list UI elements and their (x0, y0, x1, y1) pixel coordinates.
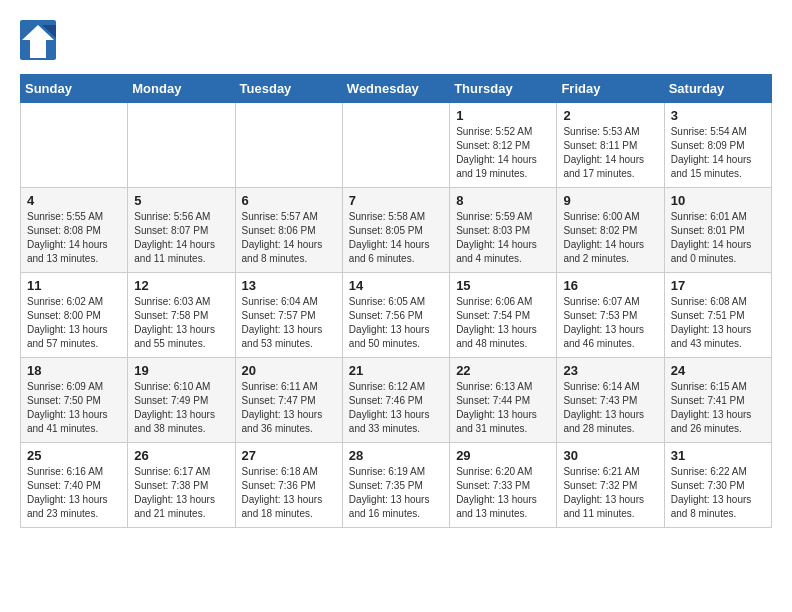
day-info: Sunrise: 6:01 AM Sunset: 8:01 PM Dayligh… (671, 210, 766, 266)
day-number: 7 (349, 193, 444, 208)
calendar-cell: 29Sunrise: 6:20 AM Sunset: 7:33 PM Dayli… (450, 443, 557, 528)
day-number: 9 (563, 193, 658, 208)
week-row-4: 25Sunrise: 6:16 AM Sunset: 7:40 PM Dayli… (21, 443, 772, 528)
day-number: 11 (27, 278, 122, 293)
day-number: 6 (242, 193, 337, 208)
day-number: 17 (671, 278, 766, 293)
day-info: Sunrise: 6:19 AM Sunset: 7:35 PM Dayligh… (349, 465, 444, 521)
day-number: 18 (27, 363, 122, 378)
calendar-cell: 18Sunrise: 6:09 AM Sunset: 7:50 PM Dayli… (21, 358, 128, 443)
calendar-cell: 6Sunrise: 5:57 AM Sunset: 8:06 PM Daylig… (235, 188, 342, 273)
calendar-cell (342, 103, 449, 188)
calendar-cell: 12Sunrise: 6:03 AM Sunset: 7:58 PM Dayli… (128, 273, 235, 358)
day-info: Sunrise: 6:10 AM Sunset: 7:49 PM Dayligh… (134, 380, 229, 436)
calendar-cell: 7Sunrise: 5:58 AM Sunset: 8:05 PM Daylig… (342, 188, 449, 273)
day-number: 3 (671, 108, 766, 123)
day-info: Sunrise: 6:16 AM Sunset: 7:40 PM Dayligh… (27, 465, 122, 521)
day-info: Sunrise: 5:53 AM Sunset: 8:11 PM Dayligh… (563, 125, 658, 181)
day-info: Sunrise: 6:13 AM Sunset: 7:44 PM Dayligh… (456, 380, 551, 436)
day-number: 31 (671, 448, 766, 463)
day-number: 13 (242, 278, 337, 293)
day-info: Sunrise: 6:12 AM Sunset: 7:46 PM Dayligh… (349, 380, 444, 436)
day-number: 24 (671, 363, 766, 378)
calendar-cell: 1Sunrise: 5:52 AM Sunset: 8:12 PM Daylig… (450, 103, 557, 188)
header-thursday: Thursday (450, 75, 557, 103)
day-info: Sunrise: 5:52 AM Sunset: 8:12 PM Dayligh… (456, 125, 551, 181)
day-number: 25 (27, 448, 122, 463)
calendar-cell: 4Sunrise: 5:55 AM Sunset: 8:08 PM Daylig… (21, 188, 128, 273)
day-number: 23 (563, 363, 658, 378)
calendar-cell: 26Sunrise: 6:17 AM Sunset: 7:38 PM Dayli… (128, 443, 235, 528)
calendar-cell: 9Sunrise: 6:00 AM Sunset: 8:02 PM Daylig… (557, 188, 664, 273)
day-info: Sunrise: 6:14 AM Sunset: 7:43 PM Dayligh… (563, 380, 658, 436)
day-info: Sunrise: 6:21 AM Sunset: 7:32 PM Dayligh… (563, 465, 658, 521)
day-info: Sunrise: 6:02 AM Sunset: 8:00 PM Dayligh… (27, 295, 122, 351)
calendar-cell: 28Sunrise: 6:19 AM Sunset: 7:35 PM Dayli… (342, 443, 449, 528)
day-info: Sunrise: 5:56 AM Sunset: 8:07 PM Dayligh… (134, 210, 229, 266)
header-tuesday: Tuesday (235, 75, 342, 103)
calendar-cell (128, 103, 235, 188)
day-info: Sunrise: 6:03 AM Sunset: 7:58 PM Dayligh… (134, 295, 229, 351)
day-info: Sunrise: 5:54 AM Sunset: 8:09 PM Dayligh… (671, 125, 766, 181)
page-header (20, 20, 772, 64)
day-info: Sunrise: 5:55 AM Sunset: 8:08 PM Dayligh… (27, 210, 122, 266)
week-row-2: 11Sunrise: 6:02 AM Sunset: 8:00 PM Dayli… (21, 273, 772, 358)
day-number: 22 (456, 363, 551, 378)
calendar-cell: 30Sunrise: 6:21 AM Sunset: 7:32 PM Dayli… (557, 443, 664, 528)
calendar-cell: 21Sunrise: 6:12 AM Sunset: 7:46 PM Dayli… (342, 358, 449, 443)
day-number: 27 (242, 448, 337, 463)
day-info: Sunrise: 6:15 AM Sunset: 7:41 PM Dayligh… (671, 380, 766, 436)
calendar-cell: 19Sunrise: 6:10 AM Sunset: 7:49 PM Dayli… (128, 358, 235, 443)
day-info: Sunrise: 6:22 AM Sunset: 7:30 PM Dayligh… (671, 465, 766, 521)
calendar-cell: 3Sunrise: 5:54 AM Sunset: 8:09 PM Daylig… (664, 103, 771, 188)
calendar-table: SundayMondayTuesdayWednesdayThursdayFrid… (20, 74, 772, 528)
day-info: Sunrise: 5:59 AM Sunset: 8:03 PM Dayligh… (456, 210, 551, 266)
day-number: 5 (134, 193, 229, 208)
day-info: Sunrise: 6:08 AM Sunset: 7:51 PM Dayligh… (671, 295, 766, 351)
day-info: Sunrise: 6:20 AM Sunset: 7:33 PM Dayligh… (456, 465, 551, 521)
day-info: Sunrise: 6:18 AM Sunset: 7:36 PM Dayligh… (242, 465, 337, 521)
day-number: 15 (456, 278, 551, 293)
day-info: Sunrise: 6:17 AM Sunset: 7:38 PM Dayligh… (134, 465, 229, 521)
calendar-cell (21, 103, 128, 188)
header-wednesday: Wednesday (342, 75, 449, 103)
calendar-cell: 8Sunrise: 5:59 AM Sunset: 8:03 PM Daylig… (450, 188, 557, 273)
day-info: Sunrise: 6:11 AM Sunset: 7:47 PM Dayligh… (242, 380, 337, 436)
day-number: 8 (456, 193, 551, 208)
calendar-cell (235, 103, 342, 188)
day-number: 10 (671, 193, 766, 208)
day-number: 28 (349, 448, 444, 463)
calendar-cell: 20Sunrise: 6:11 AM Sunset: 7:47 PM Dayli… (235, 358, 342, 443)
day-info: Sunrise: 6:09 AM Sunset: 7:50 PM Dayligh… (27, 380, 122, 436)
header-sunday: Sunday (21, 75, 128, 103)
header-monday: Monday (128, 75, 235, 103)
calendar-cell: 10Sunrise: 6:01 AM Sunset: 8:01 PM Dayli… (664, 188, 771, 273)
day-info: Sunrise: 6:00 AM Sunset: 8:02 PM Dayligh… (563, 210, 658, 266)
header-saturday: Saturday (664, 75, 771, 103)
calendar-cell: 2Sunrise: 5:53 AM Sunset: 8:11 PM Daylig… (557, 103, 664, 188)
calendar-cell: 27Sunrise: 6:18 AM Sunset: 7:36 PM Dayli… (235, 443, 342, 528)
calendar-cell: 11Sunrise: 6:02 AM Sunset: 8:00 PM Dayli… (21, 273, 128, 358)
calendar-cell: 14Sunrise: 6:05 AM Sunset: 7:56 PM Dayli… (342, 273, 449, 358)
day-number: 19 (134, 363, 229, 378)
calendar-header-row: SundayMondayTuesdayWednesdayThursdayFrid… (21, 75, 772, 103)
calendar-cell: 25Sunrise: 6:16 AM Sunset: 7:40 PM Dayli… (21, 443, 128, 528)
week-row-3: 18Sunrise: 6:09 AM Sunset: 7:50 PM Dayli… (21, 358, 772, 443)
calendar-cell: 31Sunrise: 6:22 AM Sunset: 7:30 PM Dayli… (664, 443, 771, 528)
day-number: 29 (456, 448, 551, 463)
day-number: 1 (456, 108, 551, 123)
day-number: 20 (242, 363, 337, 378)
logo-icon (20, 20, 56, 64)
day-number: 21 (349, 363, 444, 378)
day-number: 12 (134, 278, 229, 293)
day-number: 26 (134, 448, 229, 463)
day-number: 14 (349, 278, 444, 293)
week-row-0: 1Sunrise: 5:52 AM Sunset: 8:12 PM Daylig… (21, 103, 772, 188)
day-info: Sunrise: 5:57 AM Sunset: 8:06 PM Dayligh… (242, 210, 337, 266)
calendar-cell: 13Sunrise: 6:04 AM Sunset: 7:57 PM Dayli… (235, 273, 342, 358)
calendar-cell: 5Sunrise: 5:56 AM Sunset: 8:07 PM Daylig… (128, 188, 235, 273)
day-number: 16 (563, 278, 658, 293)
header-friday: Friday (557, 75, 664, 103)
calendar-cell: 22Sunrise: 6:13 AM Sunset: 7:44 PM Dayli… (450, 358, 557, 443)
day-info: Sunrise: 6:06 AM Sunset: 7:54 PM Dayligh… (456, 295, 551, 351)
